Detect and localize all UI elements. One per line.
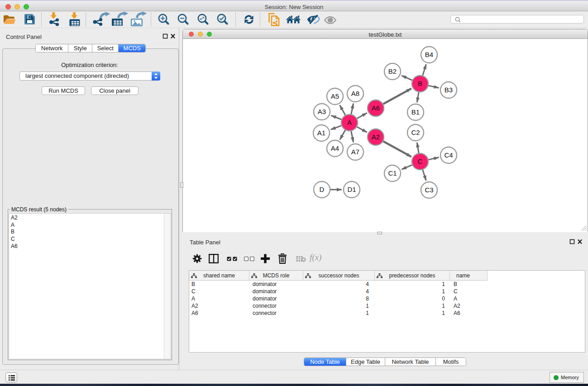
svg-text:A6: A6 [372, 104, 380, 112]
svg-text:D1: D1 [347, 186, 356, 193]
svg-text:C3: C3 [425, 186, 433, 194]
svg-text:B: B [418, 80, 422, 87]
svg-text:B4: B4 [425, 51, 433, 58]
svg-text:A3: A3 [318, 108, 326, 115]
svg-text:C: C [418, 157, 423, 165]
svg-text:A: A [347, 119, 352, 126]
svg-text:A7: A7 [351, 148, 359, 156]
svg-text:A2: A2 [372, 133, 380, 141]
svg-text:A1: A1 [317, 129, 325, 137]
svg-text:A8: A8 [351, 90, 359, 97]
svg-text:D: D [320, 186, 325, 193]
svg-text:C2: C2 [411, 129, 420, 136]
svg-text:A5: A5 [331, 92, 339, 100]
svg-text:C1: C1 [388, 169, 397, 177]
svg-text:A4: A4 [331, 144, 339, 152]
svg-text:B2: B2 [388, 67, 397, 75]
svg-text:B3: B3 [445, 86, 453, 94]
svg-text:B1: B1 [411, 108, 420, 116]
svg-text:C4: C4 [444, 151, 453, 159]
